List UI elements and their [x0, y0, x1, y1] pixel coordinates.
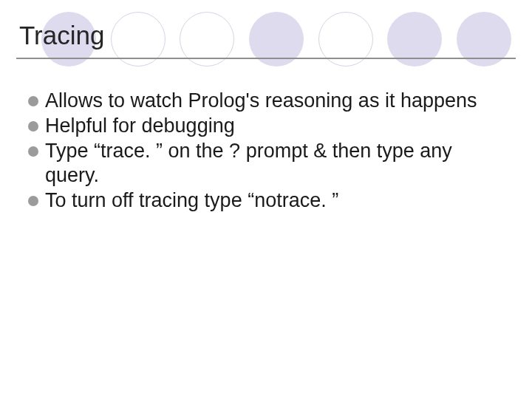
list-item: Allows to watch Prolog's reasoning as it…	[28, 89, 507, 113]
list-item: Type “trace. ” on the ? prompt & then ty…	[28, 139, 507, 188]
bullet-text: Type “trace. ” on the ? prompt & then ty…	[45, 139, 507, 188]
bullet-text: Allows to watch Prolog's reasoning as it…	[45, 89, 507, 113]
bullet-text: Helpful for debugging	[45, 114, 507, 138]
bullet-icon	[28, 96, 38, 106]
slide-body: Allows to watch Prolog's reasoning as it…	[28, 89, 507, 214]
list-item: Helpful for debugging	[28, 114, 507, 138]
bullet-icon	[28, 196, 38, 206]
bullet-icon	[28, 146, 38, 157]
title-underline	[16, 58, 516, 59]
bullet-text: To turn off tracing type “notrace. ”	[45, 188, 507, 213]
slide-title: Tracing	[19, 21, 104, 50]
list-item: To turn off tracing type “notrace. ”	[28, 188, 507, 213]
bullet-icon	[28, 121, 38, 132]
